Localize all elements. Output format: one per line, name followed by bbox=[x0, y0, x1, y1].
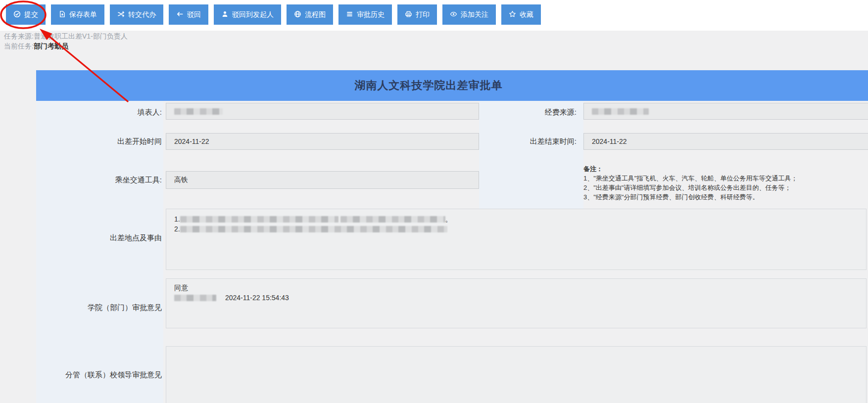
label-panel-right bbox=[479, 101, 583, 209]
notes-line: 2、"出差事由"请详细填写参加会议、培训名称或公务出差目的、任务等； bbox=[583, 183, 797, 192]
button-label: 驳回到发起人 bbox=[232, 10, 274, 19]
button-label: 添加关注 bbox=[461, 10, 488, 19]
start-date-field[interactable]: 2024-11-22 bbox=[166, 133, 479, 150]
start-date-value: 2024-11-22 bbox=[174, 137, 209, 145]
reason-line1-redacted bbox=[180, 216, 338, 223]
business-trip-approval-page: { "toolbar": { "buttons": [ { "label": "… bbox=[0, 0, 868, 403]
reason-line2-prefix: 2. bbox=[174, 225, 180, 233]
trip-reason-line-2: 2. bbox=[174, 224, 858, 234]
favorite-button[interactable]: 收藏 bbox=[501, 4, 541, 25]
submit-button[interactable]: 提交 bbox=[6, 4, 46, 25]
task-source-line: 任务来源:普通教职工出差V1-部门负责人 bbox=[4, 31, 128, 41]
save-file-icon bbox=[58, 10, 66, 19]
reason-line1-redacted-2 bbox=[340, 216, 445, 223]
save-form-button[interactable]: 保存表单 bbox=[51, 4, 104, 25]
current-task-label: 当前任务: bbox=[4, 42, 34, 50]
transport-field[interactable]: 高铁 bbox=[166, 171, 479, 189]
reason-line1-suffix: 。 bbox=[445, 215, 452, 223]
button-label: 打印 bbox=[416, 10, 430, 19]
trip-reason-line-1: 1. 。 bbox=[174, 214, 858, 224]
current-task-value: 部门考勤员 bbox=[34, 42, 68, 50]
reject-to-initiator-button[interactable]: 驳回到发起人 bbox=[214, 4, 281, 25]
start-date-label: 出差开始时间 bbox=[13, 137, 162, 146]
funding-source-value-redacted bbox=[592, 108, 649, 115]
print-button[interactable]: 打印 bbox=[397, 4, 437, 25]
button-label: 流程图 bbox=[305, 10, 326, 19]
approval-history-button[interactable]: 审批历史 bbox=[338, 4, 392, 25]
notes-line: 1、"乘坐交通工具"指飞机、火车、汽车、轮船、单位公务用车等交通工具； bbox=[583, 174, 797, 183]
arrow-left-icon bbox=[176, 10, 184, 19]
star-icon bbox=[509, 10, 516, 19]
button-label: 驳回 bbox=[187, 10, 201, 19]
current-task-line: 当前任务:部门考勤员 bbox=[4, 41, 128, 51]
dept-opinion-field[interactable]: 同意 2024-11-22 15:54:43 bbox=[166, 278, 867, 328]
button-label: 审批历史 bbox=[357, 10, 385, 19]
funding-source-field[interactable] bbox=[583, 103, 868, 120]
form-title: 湖南人文科技学院出差审批单 bbox=[355, 78, 503, 93]
list-icon bbox=[346, 10, 353, 19]
printer-icon bbox=[405, 10, 412, 19]
reason-line2-redacted bbox=[180, 226, 447, 232]
end-date-value: 2024-11-22 bbox=[592, 137, 627, 145]
end-date-field[interactable]: 2024-11-22 bbox=[583, 133, 868, 150]
reason-line1-prefix: 1. bbox=[174, 215, 180, 223]
trip-reason-label: 出差地点及事由 bbox=[13, 233, 162, 242]
leader-opinion-field[interactable] bbox=[166, 346, 867, 403]
dept-opinion-timestamp: 2024-11-22 15:54:43 bbox=[225, 294, 289, 302]
button-label: 提交 bbox=[24, 10, 38, 19]
globe-icon bbox=[294, 10, 301, 19]
leader-opinion-label: 分管（联系）校领导审批意见 bbox=[13, 370, 162, 379]
notes-title: 备注： bbox=[583, 164, 797, 174]
trip-reason-field[interactable]: 1. 。 2. bbox=[166, 209, 867, 270]
end-date-label: 出差结束时间: bbox=[453, 137, 577, 146]
flowchart-button[interactable]: 流程图 bbox=[287, 4, 333, 25]
form-title-bar: 湖南人文科技学院出差审批单 bbox=[36, 70, 868, 101]
dept-opinion-decision: 同意 bbox=[174, 283, 858, 293]
person-icon bbox=[221, 10, 229, 19]
transport-label: 乘坐交通工具: bbox=[13, 176, 162, 184]
eye-icon bbox=[450, 10, 457, 19]
toolbar: 提交 保存表单 转交代办 驳回 驳回到发起人 流程图 审批历史 bbox=[0, 0, 868, 31]
preparer-label: 填表人: bbox=[13, 108, 162, 117]
preparer-field[interactable] bbox=[166, 103, 479, 120]
check-circle-icon bbox=[13, 10, 21, 19]
task-info: 任务来源:普通教职工出差V1-部门负责人 当前任务:部门考勤员 bbox=[4, 31, 128, 51]
transport-value: 高铁 bbox=[174, 176, 188, 184]
shuffle-icon bbox=[117, 10, 125, 19]
button-label: 转交代办 bbox=[128, 10, 156, 19]
add-follow-button[interactable]: 添加关注 bbox=[442, 4, 496, 25]
notes-line: 3、"经费来源"分部门预算经费、部门创收经费、科研经费等。 bbox=[583, 192, 797, 202]
dept-opinion-signature: 2024-11-22 15:54:43 bbox=[174, 293, 858, 303]
button-label: 收藏 bbox=[520, 10, 533, 19]
label-panel-left bbox=[36, 101, 163, 403]
transfer-button[interactable]: 转交代办 bbox=[110, 4, 163, 25]
button-label: 保存表单 bbox=[69, 10, 97, 19]
approver-name-redacted bbox=[174, 295, 216, 301]
preparer-value-redacted bbox=[174, 108, 223, 115]
reject-button[interactable]: 驳回 bbox=[169, 4, 208, 25]
dept-opinion-label: 学院（部门）审批意见 bbox=[13, 303, 162, 312]
funding-source-label: 经费来源: bbox=[453, 108, 577, 117]
notes-block: 备注： 1、"乘坐交通工具"指飞机、火车、汽车、轮船、单位公务用车等交通工具； … bbox=[583, 164, 797, 202]
